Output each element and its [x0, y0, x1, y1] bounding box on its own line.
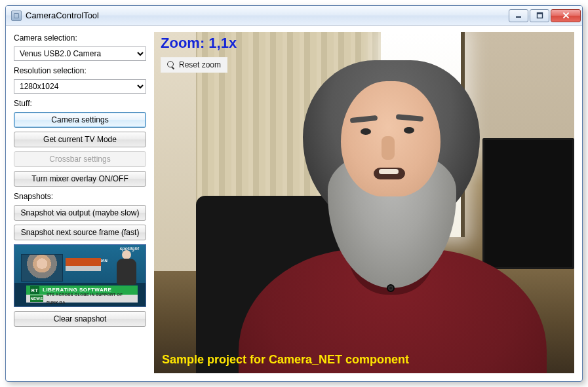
- video-feed: [154, 32, 574, 373]
- minimize-button[interactable]: [509, 9, 528, 22]
- window-buttons: [507, 9, 581, 22]
- video-panel[interactable]: Zoom: 1,1x Reset zoom Sample project for…: [154, 32, 574, 373]
- app-window: CameraControlTool Camera selection: Venu…: [5, 5, 583, 382]
- resolution-selection-combo[interactable]: 1280x1024: [14, 79, 146, 94]
- reset-zoom-label: Reset zoom: [179, 60, 221, 69]
- close-button[interactable]: [551, 9, 581, 22]
- zoom-label: Zoom: 1,1x: [161, 35, 237, 52]
- thumb-ticker-text: STS ACROSS GLOBE IN SUPPORT OF PUNK BA: [47, 291, 134, 306]
- app-icon: [11, 10, 22, 21]
- client-area: Camera selection: Venus USB2.0 Camera Re…: [6, 26, 582, 381]
- svg-rect-0: [516, 16, 521, 18]
- thumb-headshot: [21, 254, 63, 282]
- snapshot-source-button[interactable]: Snapshot next source frame (fast): [14, 225, 146, 240]
- mixer-overlay-button[interactable]: Turn mixer overlay ON/OFF: [14, 171, 146, 187]
- camera-selection-combo[interactable]: Venus USB2.0 Camera: [14, 46, 146, 61]
- maximize-button[interactable]: [530, 9, 549, 22]
- resolution-selection-label: Resolution selection:: [14, 66, 146, 75]
- titlebar[interactable]: CameraControlTool: [6, 6, 582, 26]
- overlay-footer-text: Sample project for Camera_NET component: [162, 353, 409, 367]
- clear-snapshot-button[interactable]: Clear snapshot: [14, 311, 146, 327]
- camera-selection-label: Camera selection:: [14, 33, 146, 43]
- thumb-presenter: [115, 250, 138, 286]
- thumb-banner-logo: RT: [30, 286, 39, 294]
- thumb-ticker: NEWS STS ACROSS GLOBE IN SUPPORT OF PUNK…: [26, 295, 138, 303]
- snapshot-thumbnail: spotlight RICHARD STALLMAN GNU FOUNDER R…: [14, 244, 146, 307]
- snapshot-output-button[interactable]: Snapshot via output (maybe slow): [14, 205, 146, 221]
- crossbar-settings-button: Crossbar settings: [14, 151, 146, 167]
- magnifier-icon: [167, 61, 175, 69]
- snapshots-label: Snapshots:: [14, 192, 146, 201]
- window-title: CameraControlTool: [26, 10, 99, 20]
- svg-rect-2: [537, 13, 542, 14]
- tv-mode-button[interactable]: Get current TV Mode: [14, 132, 146, 147]
- camera-settings-button[interactable]: Camera settings: [14, 112, 146, 128]
- thumb-ticker-logo: NEWS: [30, 295, 43, 302]
- reset-zoom-button[interactable]: Reset zoom: [161, 57, 227, 73]
- left-panel: Camera selection: Venus USB2.0 Camera Re…: [14, 32, 146, 373]
- stuff-label: Stuff:: [14, 99, 146, 108]
